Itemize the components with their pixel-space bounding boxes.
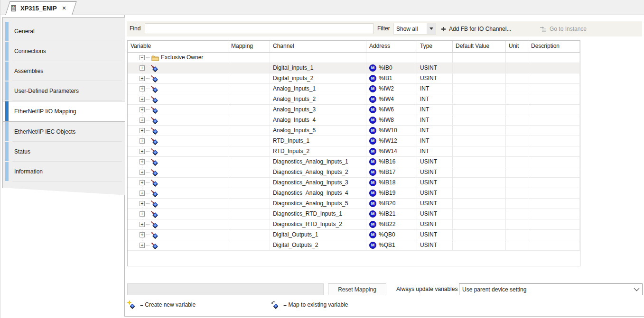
- default-value-cell[interactable]: [453, 240, 506, 251]
- column-header-mapping[interactable]: Mapping: [228, 41, 270, 52]
- expand-icon[interactable]: +: [140, 149, 145, 154]
- default-value-cell[interactable]: [453, 219, 506, 230]
- sidebar-item-general[interactable]: General: [3, 21, 125, 41]
- description-cell[interactable]: [528, 94, 580, 105]
- mapping-cell[interactable]: [228, 84, 270, 94]
- expand-icon[interactable]: +: [140, 76, 145, 81]
- table-row[interactable]: + Analog_Inputs_1: [128, 84, 580, 94]
- expand-icon[interactable]: +: [140, 243, 145, 248]
- channel-cell[interactable]: Analog_Inputs_3: [270, 105, 366, 115]
- mapping-cell[interactable]: [228, 146, 270, 157]
- table-row[interactable]: + Analog_Inputs_4: [128, 115, 580, 126]
- tab-xp315-enip[interactable]: XP315_ENIP ✕: [5, 1, 72, 15]
- always-update-select[interactable]: Use parent device setting: [459, 283, 643, 295]
- address-cell[interactable]: M %IB20: [366, 199, 417, 209]
- mapping-cell[interactable]: [228, 73, 270, 84]
- expand-icon[interactable]: +: [140, 170, 145, 175]
- expand-icon[interactable]: +: [140, 211, 145, 217]
- address-cell[interactable]: M %QB0: [366, 230, 417, 240]
- channel-cell[interactable]: Diagnostics_Analog_Inputs_4: [270, 188, 366, 199]
- table-row[interactable]: + Diagnostics_RTD_I: [128, 209, 580, 219]
- table-row[interactable]: + Analog_Inputs_3: [128, 105, 580, 115]
- sidebar-item-user-defined-parameters[interactable]: User-Defined Parameters: [3, 81, 125, 101]
- add-fb-button[interactable]: Add FB for IO Channel...: [439, 23, 513, 35]
- description-cell[interactable]: [528, 136, 580, 146]
- table-row[interactable]: + Diagnostics_Analo: [128, 199, 580, 209]
- mapping-cell[interactable]: [228, 136, 270, 146]
- default-value-cell[interactable]: [453, 115, 506, 126]
- mapping-cell[interactable]: [228, 105, 270, 115]
- column-header-description[interactable]: Description: [528, 41, 580, 52]
- address-cell[interactable]: M %IW4: [366, 94, 417, 105]
- description-cell[interactable]: [528, 126, 580, 136]
- table-row[interactable]: + Diagnostics_Analo: [128, 157, 580, 167]
- address-cell[interactable]: M %IW14: [366, 146, 417, 157]
- expand-icon[interactable]: +: [140, 180, 145, 185]
- mapping-cell[interactable]: [228, 199, 270, 209]
- channel-cell[interactable]: Digital_inputs_1: [270, 63, 366, 73]
- channel-cell[interactable]: Analog_Inputs_5: [270, 126, 366, 136]
- address-cell[interactable]: M %IB19: [366, 188, 417, 199]
- mapping-cell[interactable]: [228, 209, 270, 219]
- column-header-type[interactable]: Type: [417, 41, 453, 52]
- address-cell[interactable]: M %IW12: [366, 136, 417, 146]
- channel-cell[interactable]: Analog_Inputs_4: [270, 115, 366, 126]
- collapse-icon[interactable]: −: [140, 55, 145, 60]
- sidebar-item-ethernet-ip-iec-objects[interactable]: EtherNet/IP IEC Objects: [3, 122, 125, 142]
- default-value-cell[interactable]: [453, 230, 506, 240]
- table-row[interactable]: + Analog_Inputs_5: [128, 126, 580, 136]
- default-value-cell[interactable]: [453, 84, 506, 94]
- address-cell[interactable]: M %IB18: [366, 178, 417, 188]
- channel-cell[interactable]: RTD_Inputs_1: [270, 136, 366, 146]
- description-cell[interactable]: [528, 84, 580, 94]
- expand-icon[interactable]: +: [140, 201, 145, 206]
- default-value-cell[interactable]: [453, 209, 506, 219]
- reset-mapping-button[interactable]: Reset Mapping: [328, 283, 386, 295]
- channel-cell[interactable]: Diagnostics_Analog_Inputs_2: [270, 167, 366, 178]
- address-cell[interactable]: M %IB17: [366, 167, 417, 178]
- tab-close-icon[interactable]: ✕: [62, 5, 66, 11]
- address-cell[interactable]: M %QB1: [366, 240, 417, 251]
- mapping-cell[interactable]: [228, 219, 270, 230]
- description-cell[interactable]: [528, 146, 580, 157]
- expand-icon[interactable]: +: [140, 232, 145, 237]
- default-value-cell[interactable]: [453, 188, 506, 199]
- description-cell[interactable]: [528, 115, 580, 126]
- channel-cell[interactable]: Diagnostics_Analog_Inputs_5: [270, 199, 366, 209]
- mapping-cell[interactable]: [228, 188, 270, 199]
- default-value-cell[interactable]: [453, 146, 506, 157]
- table-row[interactable]: + Digital_Outputs_2: [128, 240, 580, 251]
- channel-cell[interactable]: Digital_inputs_2: [270, 73, 366, 84]
- sidebar-item-connections[interactable]: Connections: [3, 41, 125, 61]
- column-header-default-value[interactable]: Default Value: [453, 41, 506, 52]
- sidebar-item-ethernet-ip-i-o-mapping[interactable]: EtherNet/IP I/O Mapping: [3, 101, 125, 122]
- filter-select[interactable]: Show all: [393, 23, 436, 35]
- address-cell[interactable]: M %IB16: [366, 157, 417, 167]
- expand-icon[interactable]: +: [140, 107, 145, 112]
- default-value-cell[interactable]: [453, 199, 506, 209]
- expand-icon[interactable]: +: [140, 97, 145, 102]
- expand-icon[interactable]: +: [140, 191, 145, 196]
- column-header-unit[interactable]: Unit: [506, 41, 528, 52]
- description-cell[interactable]: [528, 178, 580, 188]
- address-cell[interactable]: M %IB21: [366, 209, 417, 219]
- mapping-cell[interactable]: [228, 126, 270, 136]
- column-header-address[interactable]: Address: [366, 41, 417, 52]
- column-header-channel[interactable]: Channel: [270, 41, 366, 52]
- channel-cell[interactable]: Digital_Outputs_1: [270, 230, 366, 240]
- expand-icon[interactable]: +: [140, 65, 145, 71]
- column-header-variable[interactable]: Variable: [128, 41, 228, 52]
- default-value-cell[interactable]: [453, 73, 506, 84]
- expand-icon[interactable]: +: [140, 86, 145, 91]
- table-row[interactable]: + Digital_inputs_2: [128, 73, 580, 84]
- expand-icon[interactable]: +: [140, 159, 145, 164]
- expand-icon[interactable]: +: [140, 128, 145, 133]
- table-row[interactable]: + Diagnostics_Analo: [128, 188, 580, 199]
- description-cell[interactable]: [528, 230, 580, 240]
- address-cell[interactable]: M %IB22: [366, 219, 417, 230]
- address-cell[interactable]: M %IB1: [366, 73, 417, 84]
- default-value-cell[interactable]: [453, 126, 506, 136]
- table-row[interactable]: + Analog_Inputs_2: [128, 94, 580, 105]
- channel-cell[interactable]: RTD_Inputs_2: [270, 146, 366, 157]
- mapping-cell[interactable]: [228, 94, 270, 105]
